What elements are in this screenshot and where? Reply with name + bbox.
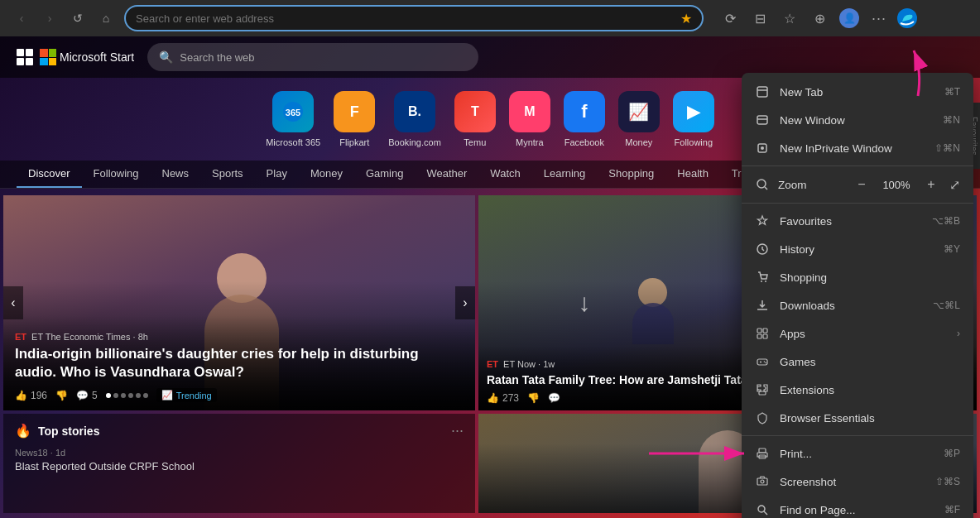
svg-point-22 — [765, 362, 766, 364]
menu-item-extensions[interactable]: Extensions — [742, 376, 973, 404]
screenshot-left: Screenshot — [755, 474, 836, 489]
history-icon — [755, 242, 770, 257]
browser-essentials-icon — [755, 410, 770, 425]
quick-link-following[interactable]: ▶ Following — [673, 91, 714, 147]
forward-button[interactable]: › — [38, 7, 61, 30]
small-source-text: ET Now · 1w — [503, 359, 555, 369]
trending-badge: 📈 Trending — [156, 388, 217, 402]
menu-item-print[interactable]: Print... ⌘P — [742, 439, 973, 468]
quick-link-myntra[interactable]: M Myntra — [509, 91, 550, 147]
browser-essentials-label: Browser Essentials — [780, 412, 875, 424]
dislike-button[interactable]: 👎 — [55, 390, 68, 401]
print-label: Print... — [780, 448, 812, 460]
menu-item-new-window[interactable]: New Window ⌘N — [742, 106, 973, 134]
extensions-left: Extensions — [755, 382, 834, 397]
split-screen-button[interactable]: ⊟ — [747, 5, 773, 31]
collections-button[interactable]: ⊕ — [806, 5, 833, 31]
favourites-button[interactable]: ☆ — [776, 5, 803, 31]
screenshot-icon — [755, 474, 770, 489]
menu-item-history[interactable]: History ⌘Y — [742, 235, 973, 263]
news-overlay-large: ET ET The Economic Times · 8h India-orig… — [3, 315, 475, 410]
menu-item-downloads[interactable]: Downloads ⌥⌘L — [742, 291, 973, 319]
find-icon — [755, 502, 770, 517]
quick-link-temu[interactable]: T Temu — [454, 91, 496, 147]
grid-icon — [17, 49, 33, 65]
find-shortcut: ⌘F — [944, 504, 960, 516]
story-source: News18 · 1d — [15, 448, 65, 458]
more-button[interactable]: ··· — [866, 5, 892, 31]
menu-item-games[interactable]: Games — [742, 348, 973, 376]
new-window-shortcut: ⌘N — [943, 114, 960, 126]
nav-shopping[interactable]: Shopping — [597, 161, 665, 188]
menu-item-find[interactable]: Find on Page... ⌘F — [742, 496, 973, 518]
menu-item-favourites[interactable]: Favourites ⌥⌘B — [742, 207, 973, 235]
news-source-text: ET The Economic Times · 8h — [31, 332, 148, 342]
inprivate-label: New InPrivate Window — [780, 142, 892, 155]
ms-search-placeholder: Search the web — [180, 51, 254, 64]
games-icon — [755, 354, 770, 369]
address-bar-input[interactable] — [136, 12, 674, 25]
quick-link-money[interactable]: 📈 Money — [618, 91, 660, 147]
quick-link-booking[interactable]: B. Booking.com — [388, 91, 441, 147]
small-dislike-button[interactable]: 👎 — [527, 392, 540, 404]
nav-play[interactable]: Play — [255, 161, 299, 188]
bookmark-icon: ★ — [680, 11, 692, 26]
ms-search-bar[interactable]: 🔍 Search the web — [147, 43, 478, 71]
downloads-shortcut: ⌥⌘L — [933, 300, 960, 311]
nav-news[interactable]: News — [151, 161, 201, 188]
menu-item-inprivate[interactable]: New InPrivate Window ⇧⌘N — [742, 134, 973, 162]
new-tab-shortcut: ⌘T — [944, 86, 960, 98]
nav-weather[interactable]: Weather — [415, 161, 478, 188]
dots-indicator — [106, 393, 148, 398]
downloads-label: Downloads — [780, 300, 835, 312]
money-icon: 📈 — [618, 91, 660, 132]
ms-start-title: Microsoft Start — [60, 50, 134, 64]
downloads-icon — [755, 298, 770, 313]
small-comment-button[interactable]: 💬 — [548, 392, 560, 404]
prev-button[interactable]: ‹ — [3, 286, 23, 319]
svg-rect-5 — [757, 116, 767, 124]
nav-following[interactable]: Following — [82, 161, 151, 188]
svg-point-12 — [761, 281, 762, 282]
home-button[interactable]: ⌂ — [94, 7, 118, 30]
quick-link-m365[interactable]: 365 Microsoft 365 — [266, 91, 320, 147]
menu-item-browser-essentials[interactable]: Browser Essentials — [742, 404, 973, 432]
quick-link-facebook[interactable]: f Facebook — [564, 91, 605, 147]
svg-point-13 — [765, 281, 766, 282]
news-actions: 👍 196 👎 💬 5 📈 Trending — [15, 388, 464, 402]
more-options-icon[interactable]: ··· — [451, 422, 464, 439]
profile-button[interactable]: 👤 — [836, 5, 862, 31]
toolbar-icons: ⟳ ⊟ ☆ ⊕ 👤 ··· — [717, 5, 919, 31]
nav-learning[interactable]: Learning — [532, 161, 598, 188]
refresh-button[interactable]: ↺ — [66, 7, 89, 30]
like-button[interactable]: 👍 196 — [15, 390, 47, 401]
nav-money[interactable]: Money — [299, 161, 354, 188]
zoom-expand-button[interactable]: ⤢ — [949, 177, 960, 193]
nav-watch[interactable]: Watch — [478, 161, 531, 188]
news-card-large[interactable]: ‹ › ET ET The Economic Times · 8h India-… — [3, 195, 475, 410]
zoom-minus-button[interactable]: − — [852, 175, 872, 194]
zoom-plus-button[interactable]: + — [921, 175, 941, 194]
print-shortcut: ⌘P — [944, 448, 960, 459]
nav-sports[interactable]: Sports — [200, 161, 255, 188]
menu-item-screenshot[interactable]: Screenshot ⇧⌘S — [742, 468, 973, 496]
svg-rect-14 — [757, 329, 761, 333]
menu-item-shopping[interactable]: Shopping — [742, 263, 973, 291]
quick-link-flipkart[interactable]: F Flipkart — [334, 91, 375, 147]
next-button[interactable]: › — [455, 286, 475, 319]
back-button[interactable]: ‹ — [10, 7, 33, 30]
comment-button[interactable]: 💬 5 — [76, 390, 98, 401]
apps-label: Apps — [780, 328, 805, 340]
menu-item-new-tab[interactable]: New Tab ⌘T — [742, 78, 973, 106]
svg-text:365: 365 — [286, 108, 300, 118]
workspaces-button[interactable]: ⟳ — [717, 5, 743, 31]
nav-health[interactable]: Health — [665, 161, 720, 188]
small-like-button[interactable]: 👍 273 — [487, 392, 519, 404]
svg-rect-18 — [757, 359, 767, 365]
address-bar-container: ★ — [124, 5, 704, 31]
nav-discover[interactable]: Discover — [17, 161, 82, 188]
top-stories-header: 🔥 Top stories ··· — [15, 422, 464, 439]
menu-item-apps[interactable]: Apps › — [742, 319, 973, 348]
facebook-label: Facebook — [564, 137, 604, 147]
nav-gaming[interactable]: Gaming — [354, 161, 416, 188]
